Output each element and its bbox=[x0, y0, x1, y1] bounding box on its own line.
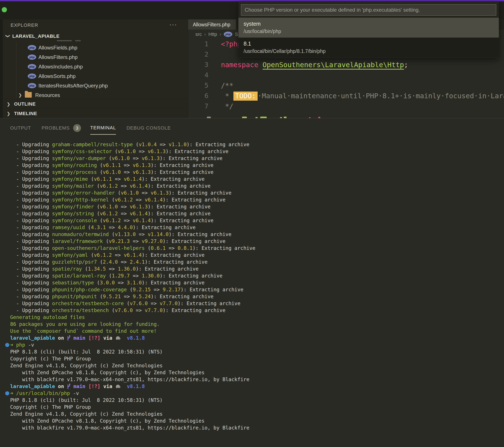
version-to: v6.1.3 bbox=[148, 149, 166, 154]
terminal-output[interactable]: - Upgrading graham-campbell/result-type … bbox=[0, 141, 504, 431]
terminal-text: - Upgrading bbox=[10, 149, 52, 154]
terminal-text: ( bbox=[115, 190, 121, 196]
sidebar-item-project-root[interactable]: ❯ LARAVEL_APIABLE bbox=[3, 32, 188, 41]
terminal-text: ): Extracting archive bbox=[193, 245, 255, 251]
command-decoration-dot bbox=[5, 391, 9, 395]
sidebar-item-folder-resources[interactable]: ❯ Resources bbox=[3, 90, 188, 100]
version-to: v6.1.3 bbox=[142, 156, 160, 161]
prompt-arrow-icon: ➜ bbox=[10, 342, 16, 348]
quick-pick-item-system[interactable]: system /usr/local/bin/php bbox=[238, 18, 499, 37]
composer-status: 86 packages you are using are looking fo… bbox=[10, 321, 160, 327]
panel-tab-bar: OUTPUT PROBLEMS3 TERMINAL DEBUG CONSOLE bbox=[10, 118, 181, 137]
terminal-upgrade-line: - Upgrading phpunit/php-code-coverage (9… bbox=[0, 286, 504, 293]
terminal-text: => bbox=[118, 183, 130, 189]
package-name: symfony/error-handler bbox=[52, 190, 115, 196]
item-description: /usr/local/bin/Cellar/php/8.1.7/bin/php bbox=[244, 48, 499, 55]
version-from: v6.1.0 bbox=[103, 169, 121, 175]
terminal-upgrade-line: - Upgrading symfony/css-selector (v6.1.0… bbox=[0, 148, 504, 155]
item-label: system bbox=[244, 20, 499, 28]
terminal-text: ( bbox=[88, 176, 94, 182]
explorer-more-actions-icon[interactable]: ··· bbox=[169, 21, 177, 28]
terminal-text: ): Extracting archive bbox=[169, 190, 232, 196]
version-to: v6.1.4 bbox=[124, 252, 142, 258]
sidebar-item-file[interactable]: php IteratesResultsAfterQuery.php bbox=[3, 81, 188, 90]
package-name: symfony/routing bbox=[52, 162, 97, 168]
terminal-upgrade-line: - Upgrading sebastian/type (3.0.0 => 3.1… bbox=[0, 279, 504, 286]
sidebar-item-file[interactable]: php AllowsSorts.php bbox=[3, 71, 188, 81]
line-number: 4 bbox=[188, 70, 216, 80]
terminal-text: via bbox=[100, 335, 115, 341]
version-from: v6.1.1 bbox=[94, 176, 112, 182]
version-to: v7.7.0 bbox=[145, 307, 162, 313]
version-from: v6.1.0 bbox=[121, 190, 139, 196]
terminal-text: - Upgrading bbox=[10, 266, 52, 272]
terminal-upgrade-line: - Upgrading symfony/string (v6.1.2 => v6… bbox=[0, 210, 504, 217]
package-name: graham-campbell/result-type bbox=[52, 142, 133, 147]
php-info-text: with Zend OPcache v8.1.8, Copyright (c),… bbox=[10, 370, 204, 375]
comment-text: /** bbox=[216, 80, 234, 91]
breadcrumb-separator-icon: › bbox=[220, 32, 221, 37]
version-to: v6.1.3 bbox=[151, 190, 169, 196]
sidebar-section-timeline[interactable]: ❯ TIMELINE bbox=[3, 108, 188, 118]
namespace-path: OpenSoutheners\LaravelApiable\Http bbox=[263, 61, 404, 70]
php-info-text: with blackfire v1.79.0~mac-x64-non_zts81… bbox=[10, 376, 249, 382]
terminal-text: ): Extracting archive bbox=[160, 273, 222, 279]
terminal-text: => bbox=[106, 266, 118, 272]
terminal-upgrade-line: - Upgrading symfony/error-handler (v6.1.… bbox=[0, 189, 504, 196]
shell-command-line: ➜ /usr/local/bin/php -v bbox=[0, 390, 504, 397]
version-from: 0.6.1 bbox=[151, 245, 166, 251]
version-from: v7.6.0 bbox=[115, 307, 133, 313]
terminal-text: => bbox=[121, 218, 133, 223]
sidebar-section-outline[interactable]: ❯ OUTLINE bbox=[3, 99, 188, 108]
terminal-text: ( bbox=[109, 197, 115, 203]
version-to: v6.1.4 bbox=[124, 176, 142, 182]
terminal-text bbox=[85, 335, 88, 341]
file-label: AllowsSorts.php bbox=[38, 73, 76, 79]
terminal-text: => bbox=[130, 273, 142, 279]
version-to: v6.1.4 bbox=[130, 211, 148, 216]
breadcrumb-item[interactable]: src bbox=[196, 32, 202, 37]
tab-allowsfilters[interactable]: AllowsFilters.php bbox=[188, 19, 236, 30]
version-from: v6.1.2 bbox=[100, 211, 118, 216]
quick-pick-item-8-1[interactable]: 8.1 /usr/local/bin/Cellar/php/8.1.7/bin/… bbox=[238, 37, 499, 57]
package-name: phpunit/php-code-coverage bbox=[52, 287, 127, 292]
tab-terminal[interactable]: TERMINAL bbox=[90, 121, 116, 135]
terminal-text: => bbox=[130, 238, 142, 244]
tab-problems[interactable]: PROBLEMS3 bbox=[41, 120, 79, 135]
item-description: /usr/local/bin/php bbox=[244, 28, 499, 35]
composer-status: Use the `composer fund` command to find … bbox=[10, 328, 157, 334]
sidebar-item-file[interactable]: php AllowsFilters.php bbox=[3, 52, 188, 62]
clipped-code-fragment bbox=[242, 117, 247, 118]
todo-highlight: TODO: bbox=[234, 91, 258, 101]
breadcrumb-item[interactable]: Http bbox=[208, 32, 217, 37]
terminal-upgrade-line: - Upgrading symfony/finder (v6.1.0 => v6… bbox=[0, 203, 504, 210]
sidebar-item-file[interactable]: php AllowsFields.php bbox=[3, 43, 188, 52]
version-from: v6.1.0 bbox=[112, 156, 130, 161]
terminal-text: => bbox=[115, 280, 127, 286]
project-root-label: LARAVEL_APIABLE bbox=[12, 34, 60, 39]
terminal-upgrade-line: - Upgrading spatie/ray (1.34.5 => 1.36.0… bbox=[0, 265, 504, 272]
terminal-text: ( bbox=[97, 218, 103, 223]
package-name: orchestra/testbench-core bbox=[52, 301, 124, 306]
quick-pick-input[interactable] bbox=[241, 4, 496, 16]
package-name: open-southeners/laravel-helpers bbox=[52, 245, 145, 251]
terminal-text: - Upgrading bbox=[10, 156, 52, 161]
package-name: symfony/string bbox=[52, 211, 94, 216]
terminal-text: - Upgrading bbox=[10, 232, 52, 237]
tab-debug-console[interactable]: DEBUG CONSOLE bbox=[126, 121, 171, 134]
version-to: v6.1.3 bbox=[130, 204, 148, 210]
traffic-light-green-button[interactable] bbox=[2, 7, 7, 12]
terminal-text: - Upgrading bbox=[10, 204, 52, 210]
terminal-text: ( bbox=[94, 183, 100, 189]
git-status-flags: [!?] bbox=[88, 335, 100, 341]
terminal-text: ( bbox=[97, 162, 103, 168]
package-name: symfony/console bbox=[52, 218, 97, 223]
php-info-text: with Zend OPcache v8.1.8, Copyright (c),… bbox=[10, 418, 204, 424]
breadcrumb-item-truncated[interactable]: S bbox=[235, 32, 238, 37]
sidebar-item-file[interactable]: php AllowsIncludes.php bbox=[3, 62, 188, 71]
file-label: AllowsFields.php bbox=[38, 45, 77, 51]
version-to: v6.1.3 bbox=[133, 162, 151, 168]
tab-output[interactable]: OUTPUT bbox=[10, 121, 31, 134]
comment-text: * bbox=[221, 92, 234, 100]
package-name: symfony/mime bbox=[52, 176, 88, 182]
